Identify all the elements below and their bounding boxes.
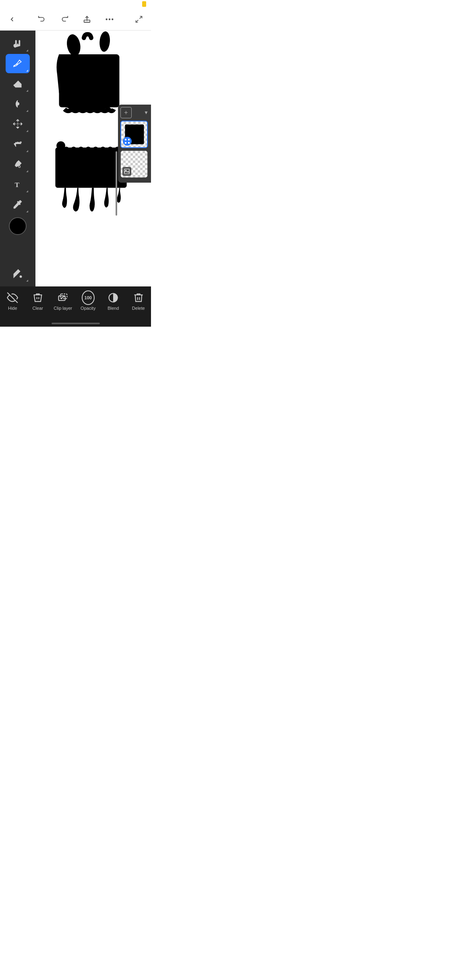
layer-badge-grid xyxy=(123,137,132,146)
opacity-label: Opacity xyxy=(81,306,95,311)
tool-brush[interactable] xyxy=(6,54,30,73)
layers-collapse-button[interactable]: ▼ xyxy=(144,110,149,115)
blend-label: Blend xyxy=(108,306,119,311)
svg-point-13 xyxy=(65,33,82,57)
hide-tool[interactable]: Hide xyxy=(2,291,23,311)
canvas-area[interactable]: + ▼ xyxy=(35,31,151,286)
home-indicator xyxy=(52,323,100,324)
svg-point-7 xyxy=(17,103,19,105)
redo-button[interactable] xyxy=(57,12,72,27)
opacity-icon: 100 xyxy=(82,291,95,304)
svg-point-25 xyxy=(125,170,126,171)
hide-icon xyxy=(6,291,19,304)
svg-point-14 xyxy=(99,31,111,52)
layers-header: + ▼ xyxy=(120,107,149,118)
clear-label: Clear xyxy=(33,306,43,311)
delete-tool[interactable]: Delete xyxy=(128,291,149,311)
tool-brush-mix[interactable] xyxy=(6,34,30,53)
clip-layer-tool[interactable]: Clip layer xyxy=(53,291,73,311)
tool-eraser[interactable] xyxy=(6,74,30,93)
tool-selection[interactable] xyxy=(6,134,30,154)
top-toolbar xyxy=(0,8,151,31)
fullscreen-button[interactable] xyxy=(132,12,146,27)
blend-tool[interactable]: Blend xyxy=(103,291,123,311)
clip-layer-label: Clip layer xyxy=(54,306,72,311)
more-button[interactable] xyxy=(102,12,117,27)
svg-line-5 xyxy=(140,16,142,19)
delete-icon xyxy=(132,291,145,304)
svg-line-6 xyxy=(136,20,139,22)
svg-point-17 xyxy=(56,141,65,150)
opacity-tool[interactable]: 100 Opacity xyxy=(78,291,98,311)
svg-rect-23 xyxy=(128,142,130,144)
svg-rect-20 xyxy=(125,139,126,140)
layer-badge-image xyxy=(122,167,131,176)
bottom-toolbar: Hide Clear Clip layer 100 Opacity xyxy=(0,286,151,327)
layer-item-1[interactable] xyxy=(120,121,148,148)
delete-label: Delete xyxy=(132,306,145,311)
tool-fill[interactable] xyxy=(6,154,30,174)
svg-rect-21 xyxy=(128,139,130,140)
opacity-value: 100 xyxy=(85,295,92,300)
status-bar xyxy=(0,0,151,8)
blend-icon xyxy=(107,291,120,304)
toolbar-center xyxy=(35,12,117,27)
back-button[interactable] xyxy=(5,12,19,27)
clear-icon xyxy=(31,291,44,304)
color-swatch[interactable] xyxy=(9,217,27,235)
undo-button[interactable] xyxy=(35,12,49,27)
svg-point-3 xyxy=(108,18,110,20)
add-layer-button[interactable]: + xyxy=(120,107,132,118)
svg-rect-1 xyxy=(84,20,90,22)
scroll-bar[interactable] xyxy=(116,151,117,216)
tool-text[interactable]: T xyxy=(6,175,30,194)
tool-transform[interactable] xyxy=(6,114,30,134)
tool-smudge[interactable] xyxy=(6,94,30,113)
svg-point-2 xyxy=(105,18,107,20)
left-sidebar: T xyxy=(0,31,35,286)
svg-point-10 xyxy=(20,142,21,143)
layer-item-2[interactable] xyxy=(120,150,148,178)
hide-label: Hide xyxy=(8,306,17,311)
share-button[interactable] xyxy=(80,12,94,27)
clear-tool[interactable]: Clear xyxy=(28,291,48,311)
tool-color-pick[interactable] xyxy=(6,264,30,283)
battery-icon xyxy=(142,1,146,7)
svg-point-4 xyxy=(112,18,113,20)
svg-text:T: T xyxy=(14,181,19,189)
clip-layer-icon xyxy=(56,291,69,304)
svg-point-12 xyxy=(20,276,21,277)
svg-rect-22 xyxy=(125,142,126,144)
tool-eyedropper[interactable] xyxy=(6,195,30,214)
layers-panel: + ▼ xyxy=(118,105,151,183)
